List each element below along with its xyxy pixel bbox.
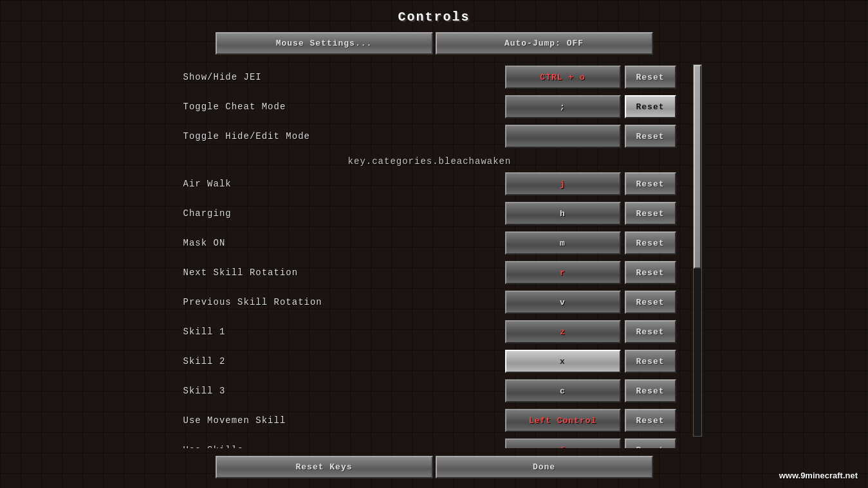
- top-button-group: Mouse Settings... Auto-Jump: OFF: [216, 32, 653, 55]
- reset-toggle-hide-edit[interactable]: Reset: [625, 125, 676, 148]
- label-show-hide-jei: Show/Hide JEI: [183, 72, 505, 82]
- done-button[interactable]: Done: [436, 456, 653, 478]
- label-skill-1: Skill 1: [183, 327, 505, 337]
- setting-row-previous-skill-rotation: Previous Skill Rotation v Reset: [183, 287, 676, 317]
- reset-next-skill-rotation[interactable]: Reset: [625, 261, 676, 284]
- setting-row-use-movement-skill: Use Movemen Skill Left Control Reset: [183, 406, 676, 435]
- setting-row-air-walk: Air Walk j Reset: [183, 169, 676, 199]
- key-skill-2[interactable]: x: [505, 350, 621, 373]
- settings-area: Show/Hide JEI CTRL + o Reset Toggle Chea…: [183, 62, 685, 448]
- label-next-skill-rotation: Next Skill Rotation: [183, 267, 505, 278]
- auto-jump-button[interactable]: Auto-Jump: OFF: [436, 32, 653, 55]
- bottom-button-group: Reset Keys Done: [216, 456, 653, 478]
- reset-previous-skill-rotation[interactable]: Reset: [625, 291, 676, 314]
- key-skill-1[interactable]: z: [505, 320, 621, 343]
- reset-use-movement-skill[interactable]: Reset: [625, 409, 676, 432]
- key-previous-skill-rotation[interactable]: v: [505, 291, 621, 314]
- setting-row-toggle-cheat-mode: Toggle Cheat Mode ; Reset: [183, 92, 676, 122]
- key-air-walk[interactable]: j: [505, 172, 621, 195]
- setting-row-mask-on: Mask ON m Reset: [183, 228, 676, 258]
- label-toggle-hide-edit: Toggle Hide/Edit Mode: [183, 131, 505, 141]
- reset-keys-button[interactable]: Reset Keys: [216, 456, 433, 478]
- setting-row-charging: Charging h Reset: [183, 199, 676, 228]
- key-skill-3[interactable]: c: [505, 379, 621, 402]
- setting-row-skill-3: Skill 3 c Reset: [183, 376, 676, 406]
- label-mask-on: Mask ON: [183, 238, 505, 248]
- key-show-hide-jei[interactable]: CTRL + o: [505, 66, 621, 89]
- reset-mask-on[interactable]: Reset: [625, 231, 676, 255]
- label-skill-3: Skill 3: [183, 386, 505, 396]
- setting-row-skill-1: Skill 1 z Reset: [183, 317, 676, 347]
- setting-row-use-skills: Use Skills f Reset: [183, 435, 676, 448]
- reset-skill-2[interactable]: Reset: [625, 350, 676, 373]
- reset-charging[interactable]: Reset: [625, 202, 676, 225]
- category-header: key.categories.bleachawaken: [183, 151, 676, 169]
- reset-toggle-cheat-mode[interactable]: Reset: [625, 95, 676, 118]
- label-toggle-cheat-mode: Toggle Cheat Mode: [183, 102, 505, 112]
- key-charging[interactable]: h: [505, 202, 621, 225]
- label-previous-skill-rotation: Previous Skill Rotation: [183, 297, 505, 307]
- watermark: www.9minecraft.net: [779, 471, 858, 480]
- reset-skill-1[interactable]: Reset: [625, 320, 676, 343]
- setting-row-toggle-hide-edit: Toggle Hide/Edit Mode Reset: [183, 122, 676, 151]
- setting-row-skill-2: Skill 2 x Reset: [183, 347, 676, 376]
- page-title: Controls: [398, 10, 470, 24]
- key-toggle-cheat-mode[interactable]: ;: [505, 95, 621, 118]
- key-use-skills[interactable]: f: [505, 438, 621, 448]
- key-toggle-hide-edit[interactable]: [505, 125, 621, 148]
- label-use-movement-skill: Use Movemen Skill: [183, 415, 505, 426]
- mouse-settings-button[interactable]: Mouse Settings...: [216, 32, 433, 55]
- reset-air-walk[interactable]: Reset: [625, 172, 676, 195]
- reset-use-skills[interactable]: Reset: [625, 438, 676, 448]
- scrollbar-thumb[interactable]: [694, 65, 701, 269]
- key-use-movement-skill[interactable]: Left Control: [505, 409, 621, 432]
- label-charging: Charging: [183, 208, 505, 219]
- label-use-skills: Use Skills: [183, 445, 505, 448]
- scrollbar-track[interactable]: [693, 64, 702, 437]
- label-air-walk: Air Walk: [183, 179, 505, 189]
- key-next-skill-rotation[interactable]: r: [505, 261, 621, 284]
- key-mask-on[interactable]: m: [505, 231, 621, 255]
- reset-show-hide-jei[interactable]: Reset: [625, 66, 676, 89]
- label-skill-2: Skill 2: [183, 356, 505, 366]
- setting-row-next-skill-rotation: Next Skill Rotation r Reset: [183, 258, 676, 287]
- setting-row-show-hide-jei: Show/Hide JEI CTRL + o Reset: [183, 62, 676, 92]
- reset-skill-3[interactable]: Reset: [625, 379, 676, 402]
